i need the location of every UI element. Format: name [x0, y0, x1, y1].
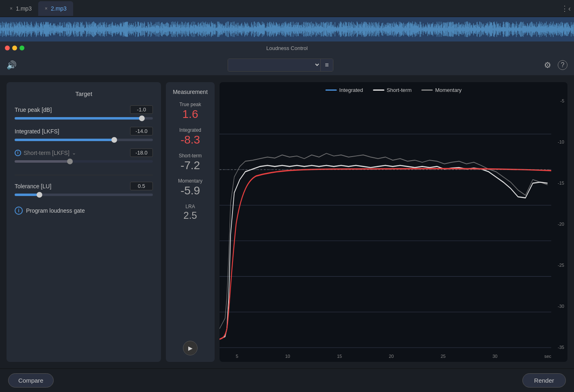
true-peak-slider[interactable]	[15, 117, 153, 120]
y-label-30: -30	[558, 304, 564, 309]
preset-select-wrap: Default EBU R128 ATSC A/85 ≡	[228, 59, 333, 72]
short-term-value[interactable]: -18.0	[130, 148, 153, 157]
maximize-window-btn[interactable]	[20, 46, 24, 50]
x-label-15: 15	[337, 354, 342, 359]
waveform-canvas	[0, 17, 574, 41]
short-term-dropdown-icon[interactable]: ⌄	[72, 150, 76, 156]
tab-label-1: 1.mp3	[16, 5, 32, 12]
legend-short-term-label: Short-term	[387, 87, 411, 93]
x-label-sec: sec	[544, 354, 551, 359]
main-content: Target True peak [dB] -1.0 Integrated [L…	[0, 76, 574, 368]
waveform-area	[0, 17, 574, 41]
legend-momentary-label: Momentary	[435, 87, 461, 93]
short-term-slider[interactable]	[15, 160, 153, 163]
preset-menu-btn[interactable]: ≡	[320, 59, 333, 71]
preset-select[interactable]: Default EBU R128 ATSC A/85	[228, 59, 321, 71]
meas-momentary-value: -5.9	[171, 185, 210, 197]
chart-area: Integrated Short-term Momentary	[220, 82, 567, 362]
tab-bar: × 1.mp3 × 2.mp3 ⋮‹	[0, 0, 574, 17]
gear-btn[interactable]: ⚙	[544, 60, 551, 70]
measurement-panel: Measurement True peak 1.6 Integrated -8.…	[166, 82, 215, 362]
y-label-15: -15	[558, 181, 564, 185]
x-label-30: 30	[492, 354, 497, 359]
meas-integrated-label: Integrated	[171, 127, 210, 133]
chart-legend: Integrated Short-term Momentary	[326, 87, 462, 93]
title-bar: Loudness Control	[0, 41, 574, 54]
y-label-35: -35	[558, 345, 564, 350]
tolerance-label-row: Tolerance [LU] 0.5	[15, 182, 153, 190]
window-title: Loudness Control	[266, 45, 308, 51]
toolbar-right: ⚙ ?	[544, 60, 567, 70]
meas-lra-value: 2.5	[171, 210, 210, 221]
tolerance-slider[interactable]	[15, 194, 153, 196]
tab-2mp3[interactable]: × 2.mp3	[38, 1, 73, 16]
speaker-icon: 🔊	[7, 60, 17, 70]
tab-1mp3[interactable]: × 1.mp3	[3, 1, 38, 16]
legend-integrated: Integrated	[326, 87, 363, 93]
meas-lra-label: LRA	[171, 204, 210, 209]
chart-svg	[220, 98, 551, 350]
x-label-10: 10	[285, 354, 290, 359]
target-panel: Target True peak [dB] -1.0 Integrated [L…	[7, 82, 161, 362]
y-label-25: -25	[558, 263, 564, 268]
compare-button[interactable]: Compare	[8, 373, 54, 388]
integrated-slider[interactable]	[15, 139, 153, 141]
help-btn[interactable]: ?	[558, 60, 567, 70]
tolerance-label: Tolerance [LU]	[15, 183, 51, 189]
tolerance-value[interactable]: 0.5	[130, 182, 153, 190]
legend-integrated-line	[326, 89, 337, 91]
tab-close-1[interactable]: ×	[10, 6, 13, 11]
meas-short-term-value: -7.2	[171, 159, 210, 172]
close-window-btn[interactable]	[5, 46, 10, 50]
program-gate-label: Program loudness gate	[26, 207, 85, 214]
integrated-value[interactable]: -14.0	[130, 127, 153, 135]
true-peak-value[interactable]: -1.0	[130, 105, 153, 114]
integrated-label: Integrated [LKFS]	[15, 128, 59, 135]
integrated-label-row: Integrated [LKFS] -14.0	[15, 127, 153, 135]
short-term-label-wrap: i Short-term [LKFS] ⌄	[15, 150, 76, 156]
divider	[15, 175, 153, 175]
true-peak-label: True peak [dB]	[15, 107, 52, 113]
lra-measurement: LRA 2.5	[171, 204, 210, 221]
y-label-10: -10	[558, 139, 564, 144]
y-label-20: -20	[558, 222, 564, 226]
short-term-row: i Short-term [LKFS] ⌄ -18.0	[15, 148, 153, 163]
legend-momentary-line	[421, 89, 433, 91]
program-gate-row[interactable]: i Program loudness gate	[15, 207, 153, 215]
window-controls	[5, 46, 24, 50]
momentary-measurement: Momentary -5.9	[171, 178, 210, 197]
bottom-bar: Compare Render	[0, 368, 574, 392]
true-peak-row: True peak [dB] -1.0	[15, 105, 153, 120]
short-term-label-row: i Short-term [LKFS] ⌄ -18.0	[15, 148, 153, 157]
meas-short-term-label: Short-term	[171, 153, 210, 159]
meas-true-peak-label: True peak	[171, 102, 210, 107]
true-peak-label-row: True peak [dB] -1.0	[15, 105, 153, 114]
y-label-5: -5	[558, 98, 564, 103]
meas-true-peak-value: 1.6	[171, 108, 210, 121]
x-label-25: 25	[441, 354, 446, 359]
play-button[interactable]: ▶	[183, 341, 198, 355]
legend-momentary: Momentary	[421, 87, 461, 93]
target-panel-title: Target	[15, 90, 153, 97]
y-axis: -5 -10 -15 -20 -25 -30 -35	[558, 98, 564, 350]
x-axis: 5 10 15 20 25 30 sec	[236, 354, 551, 359]
legend-short-term-line	[373, 89, 384, 91]
measurement-title: Measurement	[171, 89, 210, 95]
program-gate-icon: i	[15, 207, 23, 215]
toolbar: 🔊 Default EBU R128 ATSC A/85 ≡ ⚙ ?	[0, 54, 574, 76]
toolbar-center: Default EBU R128 ATSC A/85 ≡	[17, 59, 544, 72]
x-label-20: 20	[389, 354, 394, 359]
short-term-label: Short-term [LKFS]	[24, 150, 70, 156]
short-term-measurement: Short-term -7.2	[171, 153, 210, 172]
tab-close-2[interactable]: ×	[45, 6, 48, 11]
minimize-window-btn[interactable]	[12, 46, 17, 50]
legend-integrated-label: Integrated	[339, 87, 363, 93]
tab-overflow-btn[interactable]: ⋮‹	[561, 4, 571, 13]
integrated-measurement: Integrated -8.3	[171, 127, 210, 146]
meas-momentary-label: Momentary	[171, 178, 210, 184]
toolbar-left: 🔊	[7, 60, 17, 70]
render-button[interactable]: Render	[522, 373, 566, 388]
short-term-info-icon[interactable]: i	[15, 150, 21, 156]
legend-short-term: Short-term	[373, 87, 411, 93]
tab-label-2: 2.mp3	[51, 5, 67, 12]
